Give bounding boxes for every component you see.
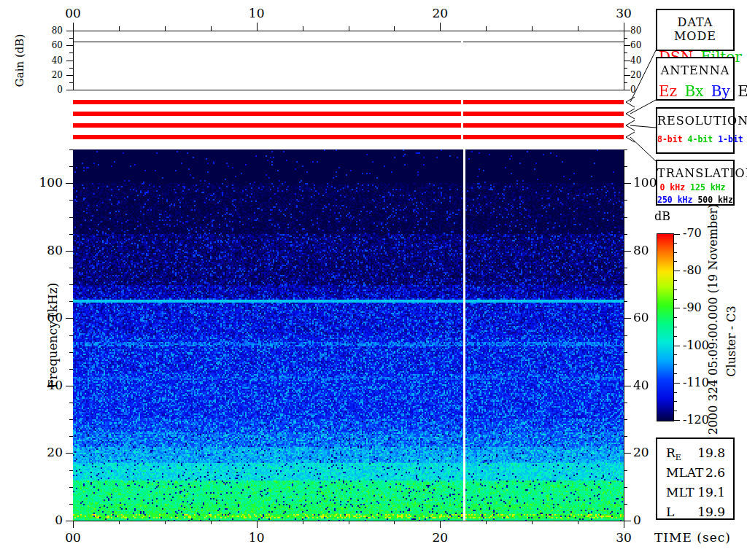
option-ez: Ez <box>659 82 677 100</box>
ephemeris-value: 2.6 <box>705 465 725 480</box>
gain-tick-label-left: 0 <box>29 85 63 94</box>
time-axis-label: TIME (sec) <box>654 532 731 544</box>
gain-plot-frame <box>74 31 624 90</box>
ephemeris-value: 19.9 <box>697 505 725 519</box>
colorbar-unit-label: dB <box>654 211 670 222</box>
status-bar-row-data-mode <box>73 100 624 104</box>
gain-tick-label-left: 40 <box>29 56 63 65</box>
status-bar-row-resolution <box>73 123 624 128</box>
time-tick-label-top: 20 <box>425 7 454 20</box>
freq-tick-label-left: 0 <box>22 514 63 526</box>
ephemeris-value: 19.1 <box>697 485 725 499</box>
option-by: By <box>711 82 730 100</box>
timestamp-rotated: 2000 324 05:09:00.000 (19 November) <box>708 204 719 435</box>
freq-tick-label-left: 20 <box>22 446 63 459</box>
ephemeris-row-mlat: MLAT2.6 <box>666 465 725 483</box>
status-bar-row-antenna <box>73 112 624 116</box>
ephemeris-label-text: R <box>666 446 676 460</box>
freq-tick-label-right: 40 <box>633 379 662 392</box>
gain-tick-label-left: 20 <box>29 71 63 79</box>
time-tick-label-bottom: 00 <box>58 532 88 544</box>
spacecraft-label-rotated: Cluster - C3 <box>726 306 738 376</box>
ephemeris-row-r: RE19.8 <box>666 446 725 463</box>
panel-title: RESOLUTION <box>657 114 733 128</box>
panel-antenna: ANTENNAEz Bx By Ey <box>656 57 735 101</box>
gain-axis-label: Gain (dB) <box>15 34 26 87</box>
connector-line <box>630 125 656 128</box>
frequency-axis-label: Frequency (kHz) <box>47 283 59 389</box>
ephemeris-label-text: L <box>666 505 674 519</box>
panel-options: Ez Bx By Ey <box>657 82 733 100</box>
gain-tick-label-right: 40 <box>630 56 652 65</box>
option-ey: Ey <box>738 82 747 100</box>
ephemeris-label: MLT <box>666 485 694 499</box>
wbd-spectrogram-display: 0000101020203030002020404060608080002020… <box>0 0 747 560</box>
freq-tick-label-right: 60 <box>633 311 662 324</box>
panel-options: 0 kHz 125 kHz <box>657 182 733 192</box>
option-500-khz: 500 kHz <box>697 195 732 205</box>
option-8-bit: 8-bit <box>657 134 683 144</box>
time-tick-label-top: 10 <box>242 7 271 20</box>
panel-resolution: RESOLUTION8-bit 4-bit 1-bit <box>656 107 735 154</box>
panel-options: 250 kHz 500 kHz <box>657 195 733 205</box>
time-tick-label-bottom: 10 <box>242 532 271 544</box>
ephemeris-value: 19.8 <box>697 446 725 460</box>
time-tick-label-bottom: 30 <box>609 532 638 544</box>
gain-tick-label-right: 80 <box>630 26 652 35</box>
ephemeris-label: L <box>666 505 674 519</box>
option-0-khz: 0 kHz <box>660 182 686 192</box>
gain-tick-label-left: 80 <box>29 26 63 35</box>
panel-title: TRANSLATION <box>657 166 733 180</box>
spectrogram-canvas <box>73 149 624 521</box>
option-4-bit: 4-bit <box>688 134 713 144</box>
option-1-bit: 1-bit <box>718 134 743 144</box>
freq-tick-label-left: 100 <box>22 176 63 189</box>
ephemeris-label-sub: E <box>676 453 681 462</box>
option-250-khz: 250 kHz <box>657 195 692 205</box>
ephemeris-label-text: MLT <box>666 485 694 499</box>
option-125-khz: 125 kHz <box>690 182 725 192</box>
ephemeris-label: RE <box>666 446 681 462</box>
time-tick-label-bottom: 20 <box>425 532 454 544</box>
gain-tick-label-right: 0 <box>630 85 652 94</box>
panel-data-mode: DATA MODEDSN Filter DC <box>656 9 735 51</box>
gain-tick-label-left: 60 <box>29 41 63 50</box>
freq-tick-label-left: 80 <box>22 244 63 257</box>
connector-line <box>630 137 656 161</box>
colorbar-gradient <box>657 233 674 421</box>
freq-tick-label-right: 80 <box>633 244 662 257</box>
ephemeris-panel: RE19.8MLAT2.6MLT19.1L19.9 <box>656 438 735 520</box>
time-tick-label-top: 00 <box>58 7 88 20</box>
gain-tick-label-right: 60 <box>630 41 652 50</box>
panel-options: 8-bit 4-bit 1-bit <box>657 134 733 144</box>
ephemeris-row-mlt: MLT19.1 <box>666 485 725 502</box>
ephemeris-label-text: MLAT <box>666 465 703 480</box>
option-bx: Bx <box>685 82 704 100</box>
time-tick-label-top: 30 <box>609 7 638 20</box>
status-bar-row-translation <box>73 135 624 139</box>
status-bar-data-gap <box>461 98 463 141</box>
panel-title: DATA MODE <box>657 15 733 43</box>
gain-tick-label-right: 20 <box>630 71 652 79</box>
ephemeris-label: MLAT <box>666 465 703 480</box>
ephemeris-row-l: L19.9 <box>666 505 725 522</box>
panel-title: ANTENNA <box>657 63 733 77</box>
panel-translation: TRANSLATION0 kHz 125 kHz 250 kHz 500 kHz <box>656 160 735 206</box>
